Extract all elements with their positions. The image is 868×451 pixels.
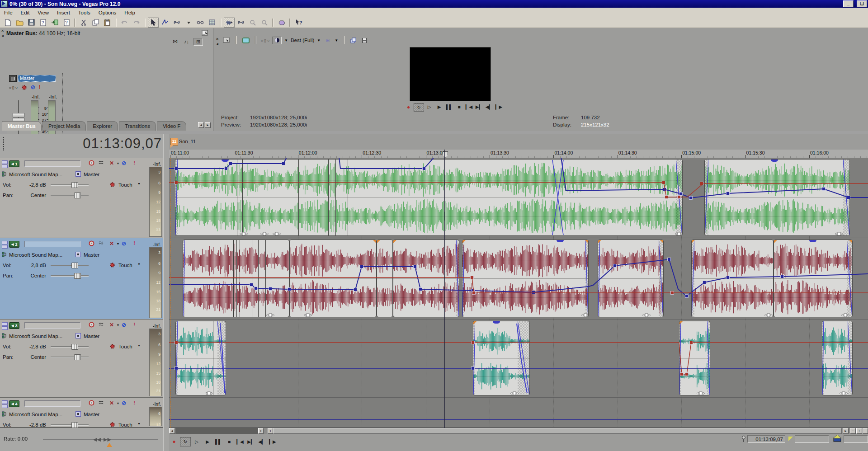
audio-event[interactable] [393, 240, 459, 317]
preview-quality-label[interactable]: Best (Full) [291, 38, 314, 43]
event-gain-icon[interactable] [697, 389, 705, 393]
import-media-icon[interactable] [49, 18, 60, 28]
mute-icon[interactable]: ⊘ [31, 84, 35, 90]
keyframe-home-icon[interactable] [833, 435, 842, 444]
automation-dropdown-icon[interactable]: ▼ [137, 344, 141, 347]
track-1-lane[interactable] [169, 158, 868, 238]
title-bar[interactable]: 0% (30 of 30) - Son Nu.veg - Vegas Pro 1… [0, 0, 868, 8]
selection-edit-tool-icon[interactable] [171, 18, 182, 28]
timeline[interactable]: 11Son_11 01:11:0001:11:3001:12:0001:12:3… [169, 134, 868, 451]
bus-assign-icon[interactable] [75, 411, 81, 418]
track-4-header[interactable]: ◀4✕▼⊘!-Inf.Microsoft Sound Map...MasterV… [0, 398, 163, 428]
grid-toggle-icon[interactable] [207, 18, 217, 28]
automation-gear-icon[interactable] [109, 343, 115, 350]
panel-menu-icon[interactable] [200, 29, 209, 36]
tab-transitions[interactable]: Transitions [119, 121, 156, 131]
tab-scroll-left-icon[interactable]: ◄ [198, 122, 204, 128]
chevron-down-icon[interactable]: ▼ [284, 38, 288, 42]
next-frame-button[interactable]: ▎▶ [494, 103, 504, 111]
audio-event[interactable] [822, 321, 853, 395]
audio-event[interactable] [691, 240, 774, 317]
pan-value[interactable]: Center [20, 193, 46, 198]
tab-scroll-right-icon[interactable]: ► [205, 122, 211, 128]
track-minrestore[interactable] [2, 400, 8, 408]
dim-icon[interactable]: ! [39, 84, 41, 90]
track-name-field[interactable] [24, 322, 80, 329]
vol-slider-handle[interactable] [71, 344, 78, 350]
track-name-field[interactable] [24, 400, 80, 407]
automation-gear-icon[interactable] [109, 262, 115, 269]
save-project-icon[interactable] [26, 18, 37, 28]
vol-slider-track[interactable] [51, 265, 89, 266]
timecode-display[interactable]: 01:13:09,07 [0, 136, 162, 152]
marker-bar[interactable]: 11Son_11 [169, 134, 868, 150]
copy-icon[interactable] [90, 18, 101, 28]
automation-gear-icon[interactable] [109, 422, 115, 428]
restore-button[interactable]: ❏ [857, 0, 867, 7]
automation-dropdown-icon[interactable]: ▼ [137, 422, 141, 425]
bus-name[interactable]: Master [84, 334, 99, 339]
track-minrestore[interactable] [2, 241, 8, 249]
track-number-badge[interactable]: ◀2 [9, 241, 19, 248]
audio-event[interactable] [377, 240, 393, 317]
event-gain-icon[interactable] [510, 389, 519, 393]
bus-name[interactable]: Master [84, 172, 99, 177]
time-ruler[interactable]: 01:11:0001:11:3001:12:0001:12:3001:13:00… [169, 150, 868, 158]
chevron-down-icon[interactable]: ▼ [335, 38, 338, 42]
solo-icon[interactable]: ⊘ [120, 400, 127, 406]
panel-menu-icon[interactable] [222, 37, 231, 44]
zoom-in-icon[interactable]: ＋ [856, 428, 862, 434]
vol-slider-track[interactable] [51, 424, 89, 426]
zoom-out-tool-icon[interactable] [259, 18, 270, 28]
event-gain-icon[interactable] [260, 230, 269, 234]
envelope-toggle-icon[interactable] [98, 322, 105, 328]
track-2-header[interactable]: ◀2✕▼⊘!-Inf.Microsoft Sound Map...MasterV… [0, 238, 163, 320]
copy-snapshot-icon[interactable] [349, 37, 358, 44]
record-arm-icon[interactable] [88, 400, 95, 407]
menu-insert[interactable]: Insert [53, 9, 74, 16]
phase-invert-icon[interactable]: ! [131, 322, 138, 327]
track-number-badge[interactable]: ◀3 [9, 322, 19, 329]
bus-assign-icon[interactable] [75, 252, 81, 258]
spline-tool-icon[interactable] [236, 18, 246, 28]
zoom-handle-left[interactable]: ‖ [258, 428, 264, 434]
overlay-grid-icon[interactable]: ⊞ [323, 37, 332, 44]
audio-event[interactable] [704, 159, 850, 236]
master-fader-handle[interactable] [13, 113, 24, 122]
automation-gear-icon[interactable] [109, 182, 115, 188]
scrollbar-thumb[interactable] [273, 428, 842, 434]
preview-pane-grip[interactable]: ✕ ◄ [215, 36, 220, 73]
audio-event[interactable] [175, 321, 226, 395]
bus-restore-icon[interactable] [9, 75, 17, 82]
menu-tools[interactable]: Tools [74, 9, 94, 16]
device-explorer-icon[interactable]: ? [61, 18, 72, 28]
loop-playback-button[interactable]: ↻ [414, 103, 424, 112]
menu-view[interactable]: View [33, 9, 53, 16]
zoom-in-tool-icon[interactable] [247, 18, 258, 28]
track-3-lane[interactable] [169, 319, 868, 397]
event-gain-icon[interactable] [240, 230, 248, 234]
track-minrestore[interactable] [2, 322, 8, 330]
phase-invert-icon[interactable]: ! [131, 160, 138, 165]
record-arm-icon[interactable] [88, 240, 95, 247]
automation-mode[interactable]: Touch [118, 344, 132, 349]
close-icon[interactable]: ✕ [1, 29, 4, 33]
scroll-right-icon[interactable]: ► [843, 428, 849, 434]
go-to-start-button[interactable]: ▎◀ [464, 103, 474, 111]
marker-tool-icon[interactable] [788, 437, 793, 441]
pan-slider-track[interactable] [51, 357, 89, 358]
playhead-line[interactable] [444, 150, 445, 428]
event-gain-icon[interactable] [764, 311, 773, 315]
scroll-left-icon[interactable]: ◄ [169, 428, 175, 434]
redo-icon[interactable] [131, 18, 142, 28]
rate-slider-handle[interactable]: ◀◀▶▶ [93, 437, 111, 442]
audio-event[interactable] [774, 240, 853, 317]
phase-invert-icon[interactable]: ! [131, 400, 138, 405]
envelope-overlay[interactable] [169, 398, 868, 427]
event-gain-icon[interactable] [273, 230, 281, 234]
event-gain-icon[interactable] [205, 389, 213, 393]
record-button[interactable]: ● [404, 103, 413, 111]
automation-mode[interactable]: Touch [118, 422, 132, 428]
menu-options[interactable]: Options [94, 9, 121, 16]
event-gain-icon[interactable] [266, 311, 274, 315]
